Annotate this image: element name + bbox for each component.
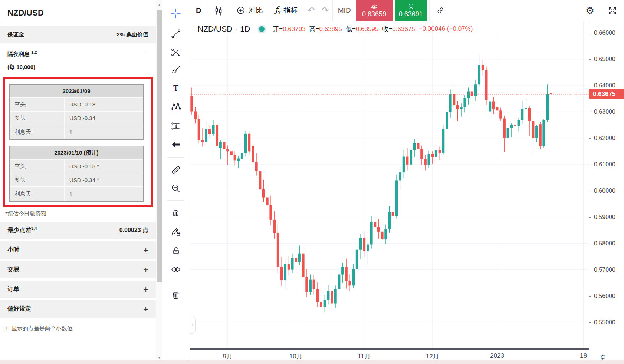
section-label: 小时 — [7, 246, 19, 254]
section-trading[interactable]: 交易 + — [0, 261, 156, 278]
time-tick: 18 — [580, 352, 587, 360]
time-tick: 9月 — [223, 352, 232, 361]
trend-line-icon — [171, 29, 181, 39]
redo-icon[interactable]: ↷ — [318, 5, 332, 16]
section-hours[interactable]: 小时 + — [0, 241, 156, 259]
time-tick: 2023 — [490, 352, 504, 360]
bold-left-arrow-icon — [171, 139, 181, 150]
min-spread-value: 0.00023 点 — [119, 226, 148, 234]
row-value: 1 — [65, 187, 143, 201]
indicators-button[interactable]: ƒx 指标 — [269, 0, 303, 21]
tool-zoom-in[interactable] — [167, 180, 184, 197]
tool-brush[interactable] — [167, 61, 184, 78]
margin-label: 保证金 — [7, 31, 24, 38]
chart-legend: NZD/USD · 1D 开=0.63703 高=0.63895 低=0.635… — [198, 24, 476, 33]
pencil-lock-icon — [171, 226, 181, 237]
margin-value: 2% 票面价值 — [116, 31, 148, 38]
min-spread-label: 最少点差3,4 — [7, 226, 37, 234]
row-value: USD -0.34 * — [65, 173, 143, 186]
expand-icon: + — [143, 265, 148, 275]
toolbar-collapse-tab[interactable]: ‹ — [190, 316, 196, 334]
candlestick-chart[interactable] — [190, 21, 589, 349]
tool-gann-fib[interactable] — [167, 44, 184, 61]
price-tick: 0.63000 — [589, 109, 624, 115]
scrollbar-thumb[interactable] — [157, 10, 162, 282]
settings-button[interactable]: ⚙ — [579, 0, 601, 21]
price-tick: 0.56000 — [589, 293, 624, 300]
overnight-sup: 1,2 — [31, 50, 37, 54]
section-orders[interactable]: 订单 + — [0, 281, 156, 298]
table-header-date: 2023/01/09 — [10, 85, 143, 98]
drawing-toolbar: T — [162, 0, 190, 364]
brush-icon — [171, 64, 181, 75]
row-label: 空头 — [10, 98, 65, 111]
section-label: 偏好设定 — [7, 305, 31, 313]
link-button[interactable] — [430, 0, 451, 21]
footnote-1: 1. 显示的点差是两个小数位 — [5, 325, 156, 332]
tool-lock-all[interactable] — [167, 242, 184, 259]
section-preferences[interactable]: 偏好设定 + — [0, 300, 156, 318]
mid-label: MID — [333, 6, 356, 14]
ruler-icon — [171, 165, 181, 175]
tool-crosshair[interactable] — [167, 5, 184, 22]
row-label: 利息天 — [10, 187, 65, 201]
buy-button[interactable]: 买 0.63691 — [395, 0, 427, 21]
chart-plot-area[interactable] — [190, 21, 589, 349]
sell-button[interactable]: 卖 0.63659 — [356, 0, 393, 21]
tool-hide-all[interactable] — [167, 261, 184, 278]
tool-drawing-mode-lock[interactable] — [167, 223, 184, 240]
tool-arrow-marker[interactable] — [167, 136, 184, 153]
compare-label: 对比 — [249, 6, 263, 15]
scroll-up-icon[interactable]: ▲ — [156, 3, 162, 7]
time-axis-line — [190, 348, 589, 350]
time-tick: 12月 — [426, 352, 439, 361]
price-tick: 0.60000 — [589, 188, 624, 194]
overnight-collapse-button[interactable]: − — [144, 50, 148, 56]
sidebar-scrollbar[interactable]: ▲ ▼ — [156, 0, 162, 364]
tool-magnet[interactable] — [167, 204, 184, 221]
legend-change: −0.00046 (−0.07%) — [419, 25, 473, 33]
row-value: USD -0.18 * — [65, 160, 143, 173]
section-label: 交易 — [7, 266, 19, 274]
row-label: 利息天 — [10, 125, 65, 139]
tool-text[interactable]: T — [167, 80, 184, 97]
trash-icon — [171, 289, 181, 300]
chart-panel: D 对比 ƒx 指标 ↶ ↷ — [190, 0, 624, 364]
settings-gear-icon: ⚙ — [585, 5, 594, 17]
plus-circle-icon — [236, 6, 246, 15]
table-header-date: 2023/01/10 (预计) — [10, 146, 143, 160]
tool-xabcd-pattern[interactable] — [167, 98, 184, 115]
interval-button[interactable]: D — [190, 0, 207, 21]
scroll-down-icon[interactable]: ▼ — [156, 356, 162, 360]
price-tick: 0.62000 — [589, 135, 624, 142]
tool-trend-line[interactable] — [167, 25, 184, 42]
tool-forecast[interactable] — [167, 118, 184, 135]
fullscreen-icon — [608, 6, 617, 16]
row-label: 多头 — [10, 112, 65, 125]
trading-app: NZD/USD 保证金 2% 票面价值 隔夜利息 1,2 − (每 10,000… — [0, 0, 624, 364]
sell-price: 0.63659 — [360, 10, 389, 18]
magnet-icon — [171, 207, 181, 218]
sell-label: 卖 — [360, 3, 389, 10]
tool-measure[interactable] — [167, 161, 184, 178]
row-value: USD -0.34 — [65, 112, 143, 125]
chart-top-toolbar: D 对比 ƒx 指标 ↶ ↷ — [190, 0, 624, 21]
instrument-info-sidebar: NZD/USD 保证金 2% 票面价值 隔夜利息 1,2 − (每 10,000… — [0, 0, 156, 364]
price-tick: 0.66000 — [589, 30, 624, 36]
candlestick-style-icon — [213, 5, 224, 16]
zoom-in-icon — [171, 183, 181, 193]
legend-separator: · — [235, 24, 237, 33]
unlock-icon — [171, 245, 181, 256]
chart-style-button[interactable] — [207, 0, 230, 21]
price-tick: 0.55000 — [589, 319, 624, 326]
price-axis[interactable]: 0.660000.650000.640000.630000.620000.610… — [589, 21, 624, 349]
fullscreen-button[interactable] — [601, 0, 624, 21]
tool-remove-all[interactable] — [167, 286, 184, 303]
market-status-dot — [259, 26, 265, 32]
table-row: 利息天 1 — [10, 125, 143, 139]
compare-button[interactable]: 对比 — [230, 0, 269, 21]
xabcd-pattern-icon — [171, 102, 181, 112]
undo-icon[interactable]: ↶ — [304, 5, 318, 16]
fx-icon: ƒx — [275, 5, 280, 15]
time-tick: 11月 — [358, 352, 371, 361]
